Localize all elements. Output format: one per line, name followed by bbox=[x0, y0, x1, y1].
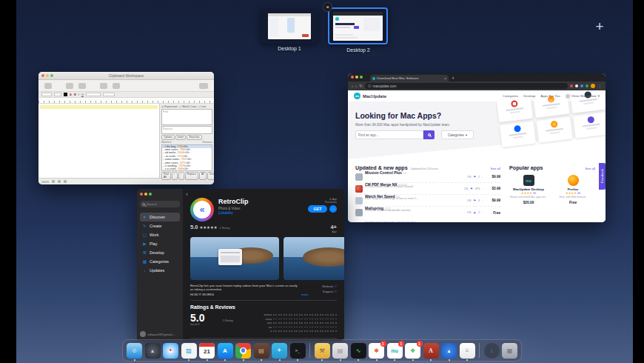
app-row-mailspring[interactable]: Mailspring 1.7.2Desktop mail client with… bbox=[355, 207, 500, 219]
popular-card-firefox[interactable]: Firefox ★★★★ 40 Fast, safe Web browser. … bbox=[554, 175, 592, 204]
nav-categories[interactable]: Categories bbox=[503, 94, 518, 98]
dock-icon-launchpad[interactable]: ▲ bbox=[145, 343, 161, 359]
editor-window[interactable]: Clipboard Workspace A B I U bbox=[38, 72, 214, 184]
extension-icon[interactable] bbox=[586, 84, 588, 87]
dock-icon-bookshelf-app[interactable]: ▤ bbox=[254, 343, 269, 359]
add-desktop-button[interactable]: + bbox=[591, 19, 608, 36]
dock-icon-app-store[interactable]: A bbox=[218, 343, 233, 359]
dock-icon-preview[interactable]: ▨ bbox=[181, 343, 197, 359]
extension-icon[interactable] bbox=[580, 84, 583, 87]
feedback-tab[interactable]: Feedback bbox=[599, 163, 606, 190]
support-link[interactable]: Support ↗ bbox=[322, 289, 337, 294]
browser-tab[interactable]: Download Best Mac Software × bbox=[370, 75, 449, 81]
dock-icon-downloads-folder[interactable]: ↓ bbox=[484, 343, 500, 359]
dock-icon-notes[interactable]: ▤ bbox=[332, 343, 348, 359]
back-icon[interactable]: ‹ bbox=[186, 190, 188, 198]
remove-button[interactable]: Remove bbox=[203, 141, 212, 144]
app-screenshot-1[interactable] bbox=[190, 237, 279, 280]
searches-button[interactable]: Searches bbox=[187, 135, 201, 140]
site-info-icon[interactable]: ⓘ bbox=[368, 84, 372, 88]
font-family-select[interactable] bbox=[41, 93, 52, 96]
highlight-color-swatch[interactable]: A bbox=[70, 93, 72, 96]
insert-button[interactable]: Insert bbox=[175, 135, 186, 140]
sidebar-item-categories[interactable]: ▦Categories bbox=[140, 257, 180, 266]
share-icon[interactable]: ⋯ bbox=[329, 205, 337, 213]
status-icon[interactable] bbox=[58, 180, 61, 183]
user-menu[interactable]: Viktor Macupdate ▾ bbox=[566, 94, 600, 99]
extension-icon[interactable] bbox=[570, 84, 573, 87]
get-button[interactable]: GET bbox=[308, 205, 327, 213]
dock-icon-toolbox-app[interactable]: ✱1 bbox=[369, 343, 384, 359]
see-all-link[interactable]: See all bbox=[491, 167, 500, 170]
popular-card-macupdate-desktop[interactable]: mu MacUpdate Desktop ★★★★ 32 Search and … bbox=[509, 175, 548, 204]
see-all-link[interactable]: See all bbox=[586, 167, 595, 170]
dock-icon-setapp[interactable]: ❖1 bbox=[405, 343, 420, 359]
dock-icon-macupdate-desktop[interactable]: mu1 bbox=[387, 343, 403, 359]
find-all-button[interactable]: Find All bbox=[161, 172, 171, 180]
bold-button[interactable]: B bbox=[74, 93, 76, 96]
app-store-traffic-lights[interactable] bbox=[140, 193, 180, 196]
extension-icon[interactable] bbox=[575, 84, 578, 87]
toolbar-tool-icon[interactable] bbox=[44, 83, 52, 89]
italic-button[interactable]: I bbox=[78, 93, 79, 96]
app-screenshot-2[interactable] bbox=[284, 237, 344, 280]
bookmark-icon[interactable]: ⚑ bbox=[470, 187, 472, 190]
status-icon[interactable] bbox=[52, 180, 55, 183]
back-icon[interactable]: ‹ bbox=[352, 82, 353, 90]
sidebar-item-develop[interactable]: ⚒Develop bbox=[140, 248, 180, 257]
more-link[interactable]: more bbox=[301, 293, 309, 296]
close-desktop2-icon[interactable]: × bbox=[323, 2, 332, 12]
sidebar-item-create[interactable]: ✎Create bbox=[140, 222, 180, 230]
replace-input[interactable]: Replace bbox=[161, 126, 212, 134]
status-icon[interactable] bbox=[64, 180, 67, 183]
alignment-controls[interactable] bbox=[86, 93, 101, 96]
sidebar-item-work[interactable]: ▢Work bbox=[140, 230, 180, 239]
app-category[interactable]: Photo & Video bbox=[218, 207, 249, 210]
toolbar-macros-icon[interactable] bbox=[66, 83, 73, 89]
text-color-swatch[interactable] bbox=[64, 93, 67, 96]
app-store-window[interactable]: Search ★Discover ✎Create ▢Work ▶Play ⚒De… bbox=[137, 189, 344, 341]
dock-icon-activity-monitor[interactable]: ∿ bbox=[351, 343, 366, 359]
desktop2-label[interactable]: Desktop 2 bbox=[323, 47, 394, 53]
dock-icon-chrome[interactable] bbox=[235, 343, 251, 359]
find-input[interactable]: Find bbox=[161, 109, 212, 125]
match-case-checkbox[interactable]: ☐ Match Case bbox=[179, 105, 196, 108]
bookmark-icon[interactable]: ⚑ bbox=[474, 199, 476, 202]
replace-all-button[interactable]: All bbox=[199, 172, 207, 180]
matches-list[interactable]: ...t the bug, #988</li> ...ome cases, #9… bbox=[161, 144, 212, 171]
dock-icon-finder[interactable]: ☺ bbox=[127, 343, 142, 359]
browser-profile-avatar[interactable] bbox=[591, 84, 595, 88]
done-button[interactable]: Done bbox=[207, 172, 214, 180]
editor-document-area[interactable] bbox=[38, 104, 159, 178]
account-row[interactable]: software59@gmail.c... bbox=[140, 331, 176, 337]
find-next-button[interactable]: > bbox=[178, 172, 184, 180]
website-link[interactable]: Website ↗ bbox=[322, 284, 337, 289]
sidebar-item-updates[interactable]: ↓Updates bbox=[140, 266, 180, 275]
browser-window[interactable]: Download Best Mac Software × + ‹ › ↻ ⓘ m… bbox=[348, 73, 606, 222]
app-store-search[interactable]: Search bbox=[140, 201, 180, 207]
bookmark-icon[interactable]: ⚑ bbox=[474, 211, 476, 215]
find-prev-button[interactable]: < bbox=[172, 172, 178, 180]
desktop1-thumbnail[interactable] bbox=[261, 10, 318, 44]
browser-menu-icon[interactable]: ⋮ bbox=[597, 82, 602, 90]
dock-icon-safari[interactable]: ✦ bbox=[163, 343, 178, 359]
toolbar-chart-icon[interactable] bbox=[199, 83, 208, 89]
address-bar[interactable]: ⓘ macupdate.com bbox=[365, 83, 568, 89]
toolbar-clipboard-icon[interactable] bbox=[100, 83, 107, 89]
zoom-level[interactable]: 100% bbox=[41, 180, 49, 184]
desktop1-label[interactable]: Desktop 1 bbox=[253, 46, 326, 51]
forward-icon[interactable]: › bbox=[355, 82, 357, 90]
bookmark-icon[interactable]: ⚑ bbox=[474, 175, 476, 179]
desktop2-thumbnail[interactable] bbox=[328, 7, 388, 44]
sidebar-item-play[interactable]: ▶Play bbox=[140, 239, 180, 248]
replace-button[interactable]: Replace bbox=[185, 172, 198, 180]
match-item[interactable]: ...s a crash, #680</li> bbox=[162, 167, 212, 170]
tab-close-icon[interactable]: × bbox=[444, 76, 446, 81]
line-checkbox[interactable]: ☐ Line bbox=[198, 105, 206, 108]
spacing-controls[interactable] bbox=[103, 93, 115, 96]
new-tab-button[interactable]: + bbox=[452, 75, 455, 81]
nav-apps-for-you[interactable]: Apps For You bbox=[540, 94, 560, 98]
app-search-input[interactable] bbox=[355, 130, 423, 139]
dock-icon-archive-utility[interactable]: ⚒ bbox=[315, 343, 330, 359]
dock-icon-calendar[interactable]: 21 bbox=[199, 343, 215, 359]
